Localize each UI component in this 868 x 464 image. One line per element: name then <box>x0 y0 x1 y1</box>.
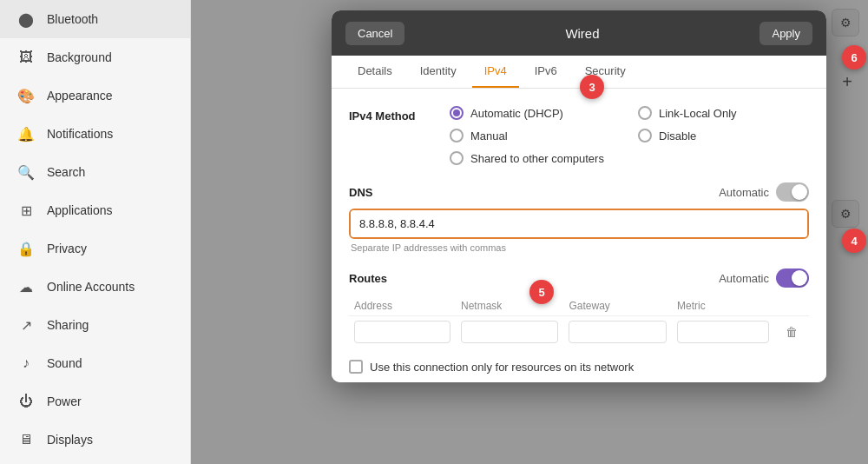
sidebar-label-search: Search <box>47 165 85 179</box>
gateway-input[interactable] <box>569 321 666 343</box>
dns-auto-text: Automatic <box>719 186 769 199</box>
ipv4-method-section: IPv4 Method Automatic (DHCP) Manual <box>349 106 809 165</box>
radio-link-local[interactable]: Link-Local Only <box>638 106 809 120</box>
dns-input-wrapper <box>349 209 809 239</box>
dns-header: DNS Automatic <box>349 182 809 202</box>
routes-label: Routes <box>349 272 387 285</box>
routes-auto-text: Automatic <box>719 272 769 285</box>
radio-disable-circle <box>638 129 652 143</box>
sidebar-label-online-accounts: Online Accounts <box>47 280 135 294</box>
radio-shared[interactable]: Shared to other computers <box>450 151 621 165</box>
sidebar-label-applications: Applications <box>47 203 113 217</box>
col-address: Address <box>349 296 456 316</box>
dns-label: DNS <box>349 186 372 199</box>
tab-details[interactable]: Details <box>345 56 404 88</box>
metric-input[interactable] <box>677 321 769 343</box>
sidebar-label-sharing: Sharing <box>47 318 89 332</box>
privacy-icon: 🔒 <box>17 240 35 257</box>
col-gateway: Gateway <box>563 296 671 316</box>
badge-5: 5 <box>529 280 554 304</box>
badge-4: 4 <box>842 229 866 253</box>
routes-auto-toggle[interactable] <box>776 268 809 288</box>
sound-icon: ♪ <box>17 355 35 372</box>
sidebar-item-search[interactable]: 🔍 Search <box>0 153 190 191</box>
sidebar-item-displays[interactable]: 🖥 Displays <box>0 421 190 459</box>
tab-ipv6[interactable]: IPv6 <box>523 56 569 88</box>
search-icon: 🔍 <box>17 163 35 181</box>
cancel-button[interactable]: Cancel <box>345 22 404 45</box>
notifications-icon: 🔔 <box>17 125 35 143</box>
connection-only-label: Use this connection only for resources o… <box>370 361 634 374</box>
address-input[interactable] <box>354 321 450 343</box>
dns-hint: Separate IP addresses with commas <box>349 242 809 253</box>
sidebar-item-appearance[interactable]: 🎨 Appearance <box>0 76 190 115</box>
ipv4-method-label: IPv4 Method <box>349 106 436 123</box>
dns-auto-toggle[interactable] <box>776 182 809 202</box>
dns-input[interactable] <box>351 210 807 237</box>
dns-auto-row: Automatic <box>719 182 809 202</box>
dialog-body: IPv4 Method Automatic (DHCP) Manual <box>332 89 826 382</box>
radio-auto-dhcp[interactable]: Automatic (DHCP) <box>450 106 621 120</box>
col-metric: Metric <box>672 296 774 316</box>
radio-disable[interactable]: Disable <box>638 129 809 143</box>
sidebar-item-online-accounts[interactable]: ☁ Online Accounts <box>0 268 190 306</box>
main-content: ⚙ + Off ⚙ Cancel Wired Apply Details Ide… <box>191 0 868 464</box>
bluetooth-icon: ⬤ <box>17 10 35 28</box>
routes-auto-row: Automatic <box>719 268 809 288</box>
radio-link-local-circle <box>638 106 652 120</box>
radio-auto-dhcp-circle <box>450 106 464 120</box>
connection-only-checkbox-row: Use this connection only for resources o… <box>349 360 809 374</box>
sidebar-label-privacy: Privacy <box>47 242 87 255</box>
sidebar-label-displays: Displays <box>47 433 93 447</box>
displays-icon: 🖥 <box>17 431 35 448</box>
sidebar-label-sound: Sound <box>47 356 82 370</box>
sidebar-label-appearance: Appearance <box>47 89 113 103</box>
connection-only-checkbox[interactable] <box>349 360 363 374</box>
radio-group-right: Link-Local Only Disable <box>638 106 809 165</box>
applications-icon: ⊞ <box>17 202 35 219</box>
badge-6: 6 <box>842 45 866 70</box>
tab-identity[interactable]: Identity <box>408 56 469 88</box>
sharing-icon: ↗ <box>17 316 35 334</box>
radio-group-left: Automatic (DHCP) Manual Shared to other … <box>450 106 621 165</box>
delete-route-button[interactable]: 🗑 <box>779 320 804 344</box>
sidebar-item-bluetooth[interactable]: ⬤ Bluetooth <box>0 0 190 38</box>
dialog-title: Wired <box>404 26 760 41</box>
online-accounts-icon: ☁ <box>17 278 35 295</box>
apply-button[interactable]: Apply <box>760 22 812 45</box>
sidebar-label-bluetooth: Bluetooth <box>47 12 98 26</box>
routes-table: Address Netmask Gateway Metric <box>349 296 809 348</box>
badge-3: 3 <box>580 75 604 99</box>
radio-manual-circle <box>450 129 464 143</box>
sidebar-label-power: Power <box>47 394 82 408</box>
routes-section: Routes Automatic Address Netmask Gateway… <box>349 268 809 348</box>
dns-section: DNS Automatic Separate IP addresses with… <box>349 182 809 253</box>
sidebar-item-sharing[interactable]: ↗ Sharing <box>0 306 190 344</box>
dialog-tabs: Details Identity IPv4 IPv6 Security <box>332 56 826 89</box>
sidebar-item-background[interactable]: 🖼 Background <box>0 38 190 76</box>
sidebar-item-notifications[interactable]: 🔔 Notifications <box>0 115 190 153</box>
sidebar-item-power[interactable]: ⏻ Power <box>0 382 190 421</box>
wired-dialog: Cancel Wired Apply Details Identity IPv4… <box>332 10 826 382</box>
sidebar-item-sound[interactable]: ♪ Sound <box>0 344 190 382</box>
dialog-header: Cancel Wired Apply <box>332 10 826 56</box>
netmask-input[interactable] <box>461 321 558 343</box>
radio-manual[interactable]: Manual <box>450 129 621 143</box>
sidebar-item-privacy[interactable]: 🔒 Privacy <box>0 229 190 268</box>
sidebar-label-notifications: Notifications <box>47 127 113 141</box>
appearance-icon: 🎨 <box>17 87 35 104</box>
sidebar-label-background: Background <box>47 50 112 64</box>
routes-header: Routes Automatic <box>349 268 809 288</box>
sidebar-item-applications[interactable]: ⊞ Applications <box>0 191 190 229</box>
sidebar: ⬤ Bluetooth 🖼 Background 🎨 Appearance 🔔 … <box>0 0 191 464</box>
tab-ipv4[interactable]: IPv4 <box>472 56 519 88</box>
background-icon: 🖼 <box>17 49 35 66</box>
power-icon: ⏻ <box>17 393 35 410</box>
radio-shared-circle <box>450 151 464 165</box>
table-row: 🗑 <box>349 316 809 348</box>
